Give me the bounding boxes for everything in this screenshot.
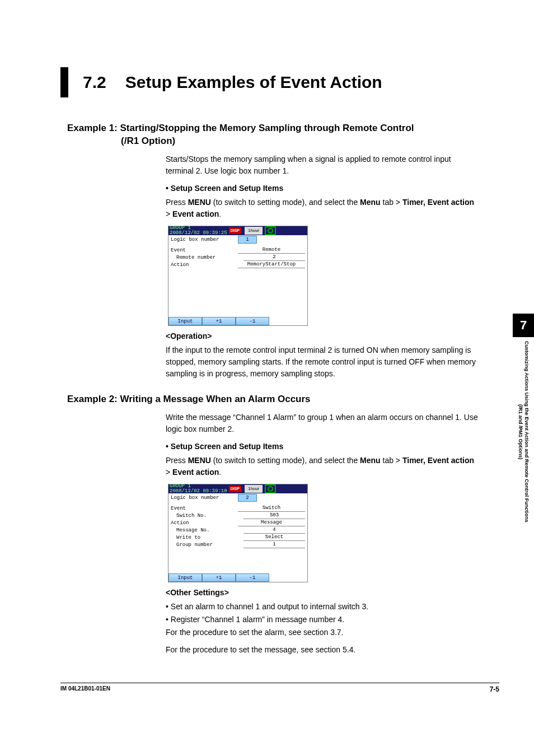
example1-title: Example 1: Starting/Stopping the Memory … — [67, 122, 481, 148]
device2-switch-label: Switch No. — [171, 512, 243, 520]
device2-logic-value[interactable]: 2 — [238, 494, 257, 502]
section-title-row: 7.2 Setup Examples of Event Action — [60, 67, 481, 97]
example2-setup-body: Press MENU (to switch to setting mode), … — [166, 455, 481, 478]
chapter-side-tab: 7 Customizing Actions Using the Event Ac… — [513, 314, 534, 524]
disp-badge-icon: DISP — [229, 486, 241, 493]
device2-interval: 1hour — [245, 485, 263, 493]
disp-badge-icon: DISP — [229, 227, 241, 235]
device1-logic-value[interactable]: 1 — [238, 236, 257, 244]
device1-header-text: GROUP 1 2008/12/02 09:39:25 — [170, 226, 227, 236]
device2-msg-value[interactable]: 4 — [243, 527, 305, 534]
page-footer: IM 04L21B01-01EN 7-5 — [60, 683, 499, 693]
example1-operation-head: <Operation> — [166, 330, 481, 342]
device2-input-button[interactable]: Input — [168, 573, 202, 582]
example2-intro: Write the message “Channel 1 Alarm” to g… — [166, 412, 481, 435]
chapter-number-box: 7 — [513, 314, 534, 337]
device2-write-label: Write to — [171, 534, 243, 542]
device1-event-value[interactable]: Remote — [238, 247, 305, 254]
device2-minus-button[interactable]: -1 — [236, 573, 269, 582]
device1-plus-button[interactable]: +1 — [202, 317, 236, 325]
example2-setup-head: Setup Screen and Setup Items — [166, 441, 481, 452]
example1-setup-head: Setup Screen and Setup Items — [166, 183, 481, 194]
example1-intro: Starts/Stops the memory sampling when a … — [166, 153, 481, 177]
example2-other-b2: Register “Channel 1 alarm” in message nu… — [166, 614, 481, 626]
device2-action-value[interactable]: Message — [238, 520, 305, 526]
example2-other-l1: For the procedure to set the alarm, see … — [166, 627, 481, 638]
device1-interval: 1hour — [245, 227, 263, 235]
device2-logic-label: Logic box number — [171, 494, 238, 502]
device2-group-value[interactable]: 1 — [243, 542, 305, 548]
device1-action-label: Action — [171, 262, 238, 269]
device1-minus-button[interactable]: -1 — [236, 317, 269, 325]
example1-title-line2: (/R1 Option) — [121, 135, 481, 148]
example1-setup-body: Press MENU (to switch to setting mode), … — [166, 197, 481, 220]
section-title: Setup Examples of Event Action — [125, 73, 382, 92]
device2-msg-label: Message No. — [171, 527, 243, 535]
chapter-side-label: Customizing Actions Using the Event Acti… — [517, 339, 530, 524]
section-bar — [60, 67, 68, 97]
device2-event-value[interactable]: Switch — [238, 505, 305, 512]
example1-title-line1: Example 1: Starting/Stopping the Memory … — [67, 123, 414, 133]
device2-write-value[interactable]: Select — [243, 534, 305, 541]
example2-other-b1: Set an alarm to channel 1 and output to … — [166, 601, 481, 613]
device2-action-label: Action — [171, 520, 238, 528]
device1-input-button[interactable]: Input — [168, 317, 202, 325]
device1-action-value[interactable]: MemoryStart/Stop — [238, 262, 305, 268]
example2-other-l2: For the procedure to set the message, se… — [166, 644, 481, 656]
device2-switch-value[interactable]: S03 — [243, 512, 305, 519]
section-number: 7.2 — [83, 73, 106, 92]
camera-icon — [265, 226, 276, 235]
example1-operation-body: If the input to the remote control input… — [166, 344, 481, 380]
device1-remote-value[interactable]: 2 — [243, 254, 305, 261]
device1-remote-label: Remote number — [171, 254, 243, 262]
camera-icon — [265, 484, 276, 493]
device1-event-label: Event — [171, 247, 238, 255]
example2-other-head: <Other Settings> — [166, 587, 481, 599]
device2-group-label: Group number — [171, 542, 243, 549]
device2-event-label: Event — [171, 505, 238, 513]
device1-logic-label: Logic box number — [171, 236, 238, 244]
doc-id: IM 04L21B01-01EN — [60, 685, 110, 693]
device2-header-text: GROUP 1 2008/12/02 09:39:10 — [170, 484, 227, 494]
example1-device-screenshot: GROUP 1 2008/12/02 09:39:25 DISP 1hour L… — [168, 226, 308, 326]
example2-device-screenshot: GROUP 1 2008/12/02 09:39:10 DISP 1hour L… — [168, 484, 308, 582]
example2-title: Example 2: Writing a Message When an Ala… — [67, 393, 481, 406]
device2-plus-button[interactable]: +1 — [202, 573, 236, 582]
example2-other-bullets: Set an alarm to channel 1 and output to … — [166, 601, 481, 626]
page-number: 7-5 — [490, 685, 499, 693]
